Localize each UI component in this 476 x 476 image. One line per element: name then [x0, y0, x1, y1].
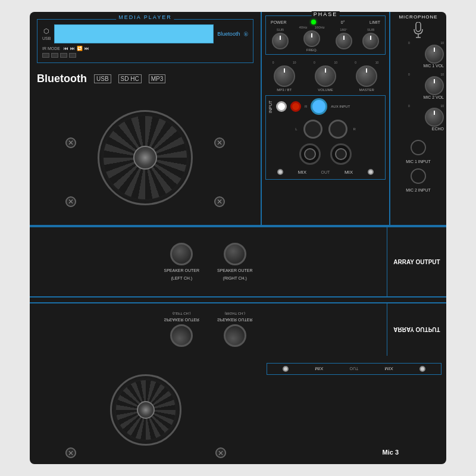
speaker-outer-right-label: SPEAKER OUTER: [217, 268, 253, 273]
ir-mode-label: IR MODE: [42, 46, 60, 51]
prev-button[interactable]: ⏮: [64, 46, 68, 51]
phase-section: PHASE POWER 0° LIMIT SUB: [265, 15, 386, 55]
mic-panel-title: MICROPHONE: [393, 14, 444, 20]
bottom-speaker-left-ch: (LEFT CH.): [173, 312, 191, 316]
mic1-scale-0: 0: [408, 41, 410, 45]
mode-dot-2[interactable]: [51, 53, 58, 58]
bottom-mix-dot-right: [419, 366, 425, 372]
bottom-array-right-mirror: ARRAY OUTPUT: [387, 303, 446, 356]
mix-dot-right: [368, 169, 374, 175]
r-jack-label: R: [353, 127, 356, 131]
mic1-input-label: MIC 1 INPUT: [406, 159, 431, 164]
io-section: INPUT R AUX INPUT L R: [265, 95, 386, 180]
l-label: L: [295, 127, 297, 131]
volume-knob[interactable]: [315, 65, 336, 87]
bottom-section: SPEAKER OUTER (LEFT CH.) SPEAKER OUTER (…: [30, 298, 446, 464]
master-label: MASTER: [359, 88, 374, 92]
rca-row: INPUT R AUX INPUT: [268, 98, 383, 115]
mp3-bt-knob[interactable]: [274, 65, 295, 87]
bluetooth-text: Bluetooth: [37, 73, 87, 85]
power-indicator: [311, 20, 316, 24]
mic2-input-label: MIC 2 INPUT: [406, 188, 431, 193]
mic3-label-container: Mic 3: [382, 446, 399, 457]
microphone-icon: [412, 22, 424, 39]
mic1-vol-knob[interactable]: [425, 45, 444, 64]
rca-left[interactable]: [276, 101, 287, 112]
array-right: ARRAY OUTPUT: [387, 227, 446, 296]
sub-right-knob[interactable]: [362, 33, 379, 49]
sub-right-label: SUB: [367, 28, 374, 32]
bluetooth-badge: Bluetooth: [217, 31, 240, 37]
usb-text: USB: [42, 36, 51, 40]
aux-input[interactable]: [311, 98, 327, 115]
fan-grill: [104, 116, 187, 199]
xlr-right[interactable]: [330, 143, 352, 165]
jack-row: L R: [268, 117, 383, 141]
sub-left-knob[interactable]: [272, 33, 289, 49]
speaker-outer-left-jack[interactable]: [170, 243, 193, 265]
mic2-vol-label: MIC 2 VOL: [423, 95, 444, 99]
next-button[interactable]: ⏭: [84, 46, 89, 51]
mix-label-right: MIX: [345, 170, 353, 175]
freq-40hz: 40Hz: [299, 26, 307, 29]
jack-right[interactable]: [328, 120, 347, 139]
mic2-vol-group: 0 10 MIC 2 VOL: [393, 73, 444, 101]
fan-center: [133, 146, 157, 170]
screw-bottom-right: ✕: [214, 196, 225, 207]
xlr-right-inner: [335, 148, 347, 160]
phase-knob[interactable]: [336, 33, 352, 49]
echo-knob-group: 0 10 ECHO: [393, 104, 444, 132]
vol-scale-10: 10: [334, 61, 337, 64]
mix-label-left: MIX: [298, 170, 306, 175]
echo-label: ECHO: [432, 127, 444, 131]
jack-left[interactable]: [303, 120, 322, 139]
screw-top-left: ✕: [65, 137, 76, 148]
mode-dot-4[interactable]: [69, 53, 76, 58]
limit-label: LIMIT: [369, 20, 380, 24]
sd-icon: SD HC: [118, 74, 142, 83]
power-label: POWER: [271, 20, 286, 24]
mic2-vol-knob[interactable]: [425, 76, 444, 95]
svg-rect-0: [416, 22, 421, 32]
array-left: SPEAKER OUTER (LEFT CH.) SPEAKER OUTER (…: [30, 227, 387, 296]
mode-dot-1[interactable]: [42, 53, 49, 58]
volume-label: VOLUME: [318, 88, 333, 92]
rca-right[interactable]: [290, 101, 301, 112]
speaker-outer-left-label: SPEAKER OUTER: [164, 268, 199, 273]
speaker-outer-right-jack[interactable]: [224, 243, 246, 265]
mp3-bt-label: MP3 / BT: [277, 88, 292, 92]
mic1-vol-label: MIC 1 VOL: [423, 64, 444, 68]
freq-knob[interactable]: [303, 30, 320, 47]
master-knob-group: 0 10 MASTER: [355, 61, 378, 92]
freq-160hz: 160Hz: [315, 26, 325, 29]
bottom-right-controls: MIX OUT MIX: [262, 356, 446, 464]
master-scale-0: 0: [355, 61, 356, 64]
screw-bottom-left: ✕: [65, 196, 76, 207]
bottom-speaker-right-label: SPEAKER OUTER: [217, 318, 253, 322]
sub-right-knob-group: SUB: [362, 28, 379, 49]
mic2-scale-0: 0: [408, 73, 410, 76]
mode-dot-3[interactable]: [60, 53, 67, 58]
mic1-input-jack[interactable]: [411, 140, 426, 155]
bottom-speaker-right-ch: (RIGHT CH.): [224, 312, 245, 316]
prev-track-button[interactable]: ⏭: [70, 46, 75, 51]
mic-icon-area: [393, 22, 444, 39]
freq-label: FREQ.: [306, 48, 317, 52]
echo-knob[interactable]: [425, 108, 444, 127]
bottom-speaker-right-jack: [224, 325, 246, 347]
bluetooth-symbol: ®: [243, 31, 248, 37]
zero-label: 0°: [341, 20, 345, 24]
mixer-center: PHASE POWER 0° LIMIT SUB: [262, 12, 390, 225]
usb-icon: ⬡: [43, 27, 49, 35]
speaker-outer-left-ch: (LEFT CH.): [171, 275, 192, 281]
bottom-mix-dot-left: [283, 366, 289, 372]
left-panel: MEDIA PLAYER ⬡ USB Bluetooth ® IR MODE ⏮…: [30, 12, 262, 225]
master-knob[interactable]: [356, 65, 377, 87]
echo-scale-0: 0: [408, 104, 410, 108]
usb-label: ⬡ USB: [42, 27, 51, 40]
mic2-input-jack[interactable]: [411, 168, 426, 184]
repeat-button[interactable]: 🔁: [77, 46, 83, 51]
xlr-left[interactable]: [299, 143, 321, 165]
bottom-mix-row: MIX OUT MIX: [267, 363, 441, 375]
media-player-title: MEDIA PLAYER: [116, 14, 174, 20]
